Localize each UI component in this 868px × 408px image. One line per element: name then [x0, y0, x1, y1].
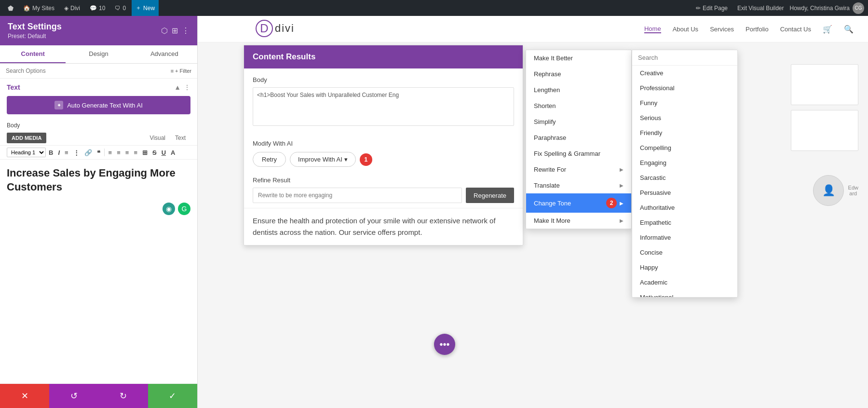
refine-input[interactable]: [253, 188, 462, 203]
unordered-list-button[interactable]: ≡: [63, 148, 70, 157]
redo-button[interactable]: ↻: [99, 384, 148, 408]
wp-logo[interactable]: ⬟: [4, 0, 17, 16]
site-name: divi: [275, 22, 295, 35]
tone-engaging[interactable]: Engaging: [632, 155, 737, 170]
floating-action-button[interactable]: •••: [434, 334, 455, 355]
menu-paraphrase[interactable]: Paraphrase: [526, 130, 631, 146]
italic-button[interactable]: I: [56, 148, 62, 157]
table-button[interactable]: ⊞: [140, 148, 149, 157]
collapse-section-button[interactable]: ▲: [174, 83, 181, 91]
menu-rephrase[interactable]: Rephrase: [526, 66, 631, 82]
menu-simplify[interactable]: Simplify: [526, 114, 631, 130]
tone-search-input[interactable]: [638, 54, 732, 61]
tone-persuasive[interactable]: Persuasive: [632, 185, 737, 200]
search-nav-icon[interactable]: 🔍: [844, 25, 854, 34]
retry-button[interactable]: Retry: [253, 152, 286, 167]
visual-tab[interactable]: Visual: [145, 133, 170, 143]
edit-page-button[interactable]: ✏ Edit Page: [692, 0, 732, 16]
ai-generate-button[interactable]: ✦ Auto Generate Text With AI: [7, 96, 190, 114]
tone-search: [632, 50, 737, 66]
tone-compelling[interactable]: Compelling: [632, 140, 737, 155]
content-results-header: Content Results: [244, 45, 523, 68]
strikethrough-button[interactable]: S: [150, 148, 159, 157]
regenerate-button[interactable]: Regenerate: [466, 188, 514, 203]
cart-icon[interactable]: 🛒: [823, 25, 832, 34]
heading-select[interactable]: Heading 1: [7, 148, 46, 157]
menu-lengthen[interactable]: Lengthen: [526, 82, 631, 98]
comments-counter[interactable]: 💬 10: [86, 0, 109, 16]
editor-content[interactable]: Increase Sales by Engaging More Customer…: [0, 160, 197, 201]
tone-concise[interactable]: Concise: [632, 245, 737, 260]
expand-icon[interactable]: ⬡: [161, 26, 168, 35]
menu-change-tone[interactable]: Change Tone 2 ▶: [526, 193, 631, 213]
panel-header: Text Settings Preset: Default ⬡ ⊞ ⋮: [0, 16, 197, 45]
grammarly-icon[interactable]: G: [178, 203, 190, 215]
text-color-button[interactable]: A: [169, 148, 177, 157]
tone-serious[interactable]: Serious: [632, 110, 737, 125]
cr-textarea[interactable]: [253, 87, 514, 126]
panel-preset: Preset: Default: [8, 33, 62, 40]
add-media-button[interactable]: ADD MEDIA: [7, 133, 46, 143]
tone-creative[interactable]: Creative: [632, 66, 737, 81]
my-sites-menu[interactable]: 🏠 My Sites: [19, 0, 58, 16]
align-left-button[interactable]: ≡: [107, 148, 114, 157]
menu-shorten[interactable]: Shorten: [526, 98, 631, 114]
underline-button[interactable]: U: [160, 148, 168, 157]
align-right-button[interactable]: ≡: [123, 148, 131, 157]
tone-submenu: Creative Professional Funny Serious Frie…: [632, 50, 738, 298]
tab-design[interactable]: Design: [66, 45, 131, 63]
undo-button[interactable]: ↺: [49, 384, 98, 408]
cancel-button[interactable]: ✕: [0, 384, 49, 408]
tone-funny[interactable]: Funny: [632, 95, 737, 110]
confirm-button[interactable]: ✓: [148, 384, 197, 408]
menu-translate[interactable]: Translate ▶: [526, 177, 631, 193]
nav-portfolio[interactable]: Portfolio: [746, 26, 769, 33]
tab-advanced[interactable]: Advanced: [132, 45, 197, 63]
tab-content[interactable]: Content: [0, 45, 66, 63]
tone-authoritative[interactable]: Authoritative: [632, 200, 737, 215]
nav-contact[interactable]: Contact Us: [780, 26, 811, 33]
tone-friendly[interactable]: Friendly: [632, 125, 737, 140]
nav-home[interactable]: Home: [644, 25, 661, 33]
pencil-icon: ✏: [696, 5, 701, 12]
text-tab[interactable]: Text: [170, 133, 190, 143]
tone-empathetic[interactable]: Empathetic: [632, 215, 737, 230]
align-center-button[interactable]: ≡: [115, 148, 122, 157]
ordered-list-button[interactable]: ⋮: [71, 148, 81, 157]
tone-sarcastic[interactable]: Sarcastic: [632, 170, 737, 185]
exit-builder-button[interactable]: Exit Visual Builder: [733, 0, 788, 16]
comments-menu[interactable]: 🗨 0: [111, 0, 130, 16]
tone-list: Creative Professional Funny Serious Frie…: [632, 66, 737, 297]
user-menu[interactable]: Howdy, Christina Gwira CG: [790, 2, 864, 14]
layout-icon[interactable]: ⊞: [172, 26, 178, 35]
bold-button[interactable]: B: [47, 148, 55, 157]
bubble-icon: 💬: [90, 5, 97, 12]
more-icon[interactable]: ⋮: [182, 26, 190, 35]
menu-make-better[interactable]: Make It Better: [526, 50, 631, 66]
tone-professional[interactable]: Professional: [632, 81, 737, 95]
align-justify-button[interactable]: ≡: [132, 148, 139, 157]
menu-rewrite-for[interactable]: Rewrite For ▶: [526, 162, 631, 177]
divi-menu[interactable]: ◈ Divi: [60, 0, 84, 16]
link-button[interactable]: 🔗: [82, 148, 94, 157]
menu-make-more[interactable]: Make It More ▶: [526, 213, 631, 229]
modify-ai-buttons: Retry Improve With AI ▾ 1: [253, 152, 514, 167]
nav-about[interactable]: About Us: [673, 26, 698, 33]
grammarly-icons: ◉ G: [0, 201, 197, 217]
tone-informative[interactable]: Informative: [632, 230, 737, 245]
menu-fix-spelling[interactable]: Fix Spelling & Grammar: [526, 146, 631, 162]
modify-ai-section: Modify With AI Retry Improve With AI ▾ 1: [244, 135, 523, 172]
search-options-input[interactable]: [6, 68, 167, 74]
nav-services[interactable]: Services: [710, 26, 734, 33]
filter-button[interactable]: ≡ + Filter: [171, 68, 191, 74]
grammar-check-icon[interactable]: ◉: [163, 203, 175, 215]
improve-with-ai-button[interactable]: Improve With AI ▾: [290, 152, 356, 167]
tone-happy[interactable]: Happy: [632, 260, 737, 275]
divi-icon: ◈: [64, 5, 68, 12]
blockquote-button[interactable]: ❝: [95, 148, 102, 157]
tone-academic[interactable]: Academic: [632, 275, 737, 290]
new-content-button[interactable]: ＋ New: [132, 0, 159, 16]
section-more-button[interactable]: ⋮: [184, 83, 190, 91]
tone-motivational[interactable]: Motivational: [632, 290, 737, 297]
my-sites-icon: 🏠: [23, 5, 30, 12]
